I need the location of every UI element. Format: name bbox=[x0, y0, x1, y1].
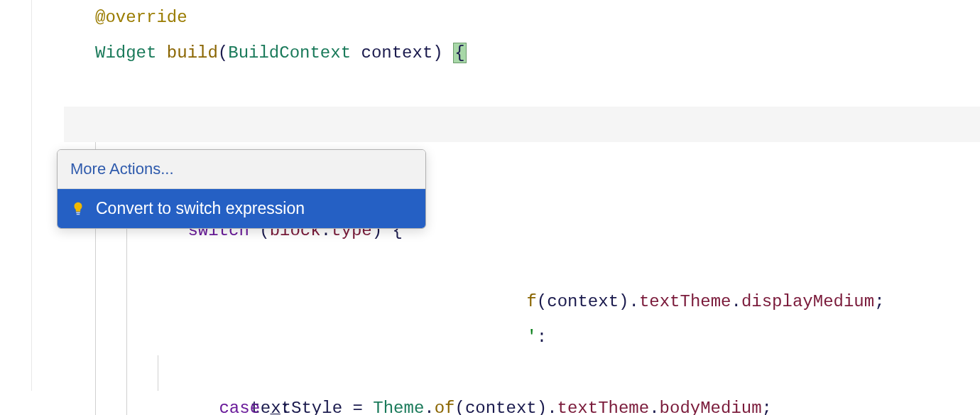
code-line[interactable]: TextStyle? textStyle; bbox=[64, 71, 980, 107]
svg-rect-3 bbox=[77, 213, 80, 214]
svg-rect-2 bbox=[76, 212, 80, 212]
semicolon: ; bbox=[762, 399, 772, 415]
type-name: Widget bbox=[95, 43, 156, 63]
class-name: Theme bbox=[373, 399, 424, 415]
annotation: @override bbox=[95, 8, 187, 27]
code-line[interactable]: @override bbox=[64, 0, 980, 36]
property: textTheme bbox=[557, 399, 650, 415]
paren: ) bbox=[432, 43, 442, 63]
code-line[interactable]: Widget build(BuildContext context) { bbox=[64, 36, 980, 71]
paren: ( bbox=[455, 399, 465, 415]
code-line[interactable]: textStyle = Theme.of(context).textTheme.… bbox=[64, 320, 980, 355]
dot: . bbox=[649, 399, 659, 415]
brace-matched: { bbox=[453, 43, 466, 63]
lightbulb-icon bbox=[70, 201, 86, 217]
code-line[interactable]: textStyle = Theme.of(context).textTheme.… bbox=[64, 249, 980, 284]
wildcard: _ bbox=[270, 399, 280, 415]
equals: = bbox=[352, 399, 362, 415]
popup-item-label: Convert to switch expression bbox=[96, 199, 305, 218]
colon: : bbox=[281, 399, 290, 415]
method-name: build bbox=[167, 43, 218, 63]
popup-header[interactable]: More Actions... bbox=[58, 150, 425, 189]
indent-guide bbox=[126, 391, 127, 415]
type-name: BuildContext bbox=[228, 43, 351, 63]
argument: context bbox=[465, 399, 537, 415]
method-name: of bbox=[435, 399, 455, 415]
gutter-area bbox=[0, 0, 32, 391]
code-line[interactable]: case _: bbox=[64, 284, 980, 320]
code-line[interactable]: } bbox=[64, 355, 980, 391]
intention-bulb-icon[interactable] bbox=[36, 117, 51, 132]
popup-item-convert-switch[interactable]: Convert to switch expression bbox=[58, 189, 425, 228]
dot: . bbox=[547, 399, 557, 415]
code-editor[interactable]: @override Widget build(BuildContext cont… bbox=[0, 0, 980, 391]
intention-popup: More Actions... Convert to switch expres… bbox=[57, 149, 426, 229]
dot: . bbox=[424, 399, 434, 415]
code-line-active[interactable]: switch (block.type) { bbox=[64, 107, 980, 142]
paren: ) bbox=[537, 399, 547, 415]
indent-guide bbox=[95, 391, 96, 415]
param-name: context bbox=[361, 43, 432, 63]
keyword-case: case bbox=[219, 399, 260, 415]
paren: ( bbox=[218, 43, 228, 63]
property: bodyMedium bbox=[660, 399, 762, 415]
